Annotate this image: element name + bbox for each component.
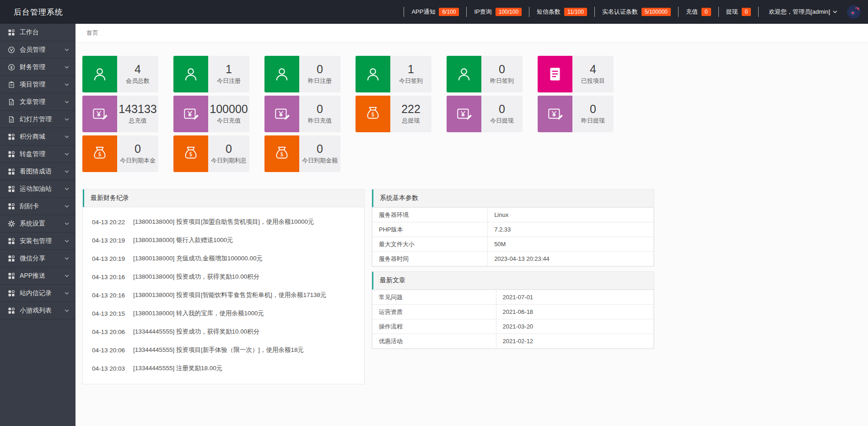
record-time: 04-13 20:16 xyxy=(92,274,125,280)
sidebar-item-label: 小游戏列表 xyxy=(20,307,64,315)
stat-card-label: 今日到期金额 xyxy=(302,156,338,165)
articles-panel-title: 最新文章 xyxy=(380,276,405,285)
stat-card-body: 0昨日注册 xyxy=(299,56,340,92)
finance-record: 04-13 20:03[13344445555] 注册奖励18.00元 xyxy=(83,359,364,377)
stat-card-body: 222总提现 xyxy=(390,96,431,132)
sidebar-item-scratch-card[interactable]: 刮刮卡 xyxy=(0,198,75,215)
article-icon xyxy=(8,116,15,123)
stat-card-label: 今日到期本金 xyxy=(120,156,156,165)
stat-card-icon-box xyxy=(264,96,299,132)
stat-card-body: 0今日到期本金 xyxy=(117,135,158,172)
grid-icon xyxy=(8,272,15,280)
finance-record: 04-13 20:19[13800138000] 银行入款赠送1000元 xyxy=(83,231,364,249)
chevron-down-icon xyxy=(64,65,70,70)
list-icon xyxy=(546,65,564,83)
stat-card: $0今日到期金额 xyxy=(264,135,340,172)
sidebar-item-idiom-game[interactable]: 看图猜成语 xyxy=(0,163,75,180)
user-menu[interactable]: 欢迎您，管理员[admin] xyxy=(758,7,843,17)
sidebar-item-wechat-share[interactable]: 微信分享 xyxy=(0,250,75,267)
latest-articles-table: 常见问题2021-07-01运营资质2021-06-18操作流程2021-03-… xyxy=(372,290,654,349)
sidebar-item-sports[interactable]: 运动加油站 xyxy=(0,180,75,198)
stat-card-icon-box: $ xyxy=(264,135,299,172)
sidebar-item-packages[interactable]: 安装包管理 xyxy=(0,232,75,250)
stat-card-value: 100000 xyxy=(210,103,248,115)
stat-card-icon-box xyxy=(173,96,208,132)
app-title: 后台管理系统 xyxy=(0,7,63,17)
stat-card-label: 总提现 xyxy=(402,117,420,125)
record-time: 04-13 20:19 xyxy=(92,237,125,244)
chevron-down-icon xyxy=(64,256,70,261)
article-row-label: 操作流程 xyxy=(372,319,496,334)
chevron-down-icon xyxy=(64,169,70,174)
record-text: [13800138000] 投资成功，获得奖励10.00积分 xyxy=(133,273,259,281)
sidebar-item-wheel[interactable]: 转盘管理 xyxy=(0,146,75,163)
article-row: 优惠活动2021-02-12 xyxy=(372,334,654,349)
stat-card-body: 0昨日充值 xyxy=(299,96,340,132)
record-text: [13800138000] 投资项目[智能饮料零食售货柜单机]，使用余额1713… xyxy=(133,291,326,299)
header-stat[interactable]: 提现0 xyxy=(718,7,759,17)
sidebar-item-app-push[interactable]: APP推送 xyxy=(0,267,75,285)
chevron-down-icon xyxy=(64,134,70,140)
moneybag-icon: $ xyxy=(91,145,108,162)
header-stat[interactable]: 充值0 xyxy=(678,7,718,17)
grid-icon xyxy=(8,133,15,140)
sidebar-item-finance[interactable]: 财务管理 xyxy=(0,59,75,76)
system-params-panel: 系统基本参数 服务器环境LinuxPHP版本7.2.33最大文件大小50M服务器… xyxy=(372,189,654,267)
breadcrumb-home[interactable]: 首页 xyxy=(86,29,98,36)
sidebar-item-label: 微信分享 xyxy=(20,254,64,263)
sidebar-item-settings[interactable]: 系统设置 xyxy=(0,215,75,232)
finance-record: 04-13 20:06[13344445555] 投资项目[新手体验（限一次）]… xyxy=(83,341,364,359)
grid-icon xyxy=(8,237,15,245)
chevron-down-icon xyxy=(832,9,838,15)
stat-card-body: 0今日到期金额 xyxy=(299,135,340,172)
sidebar-item-mini-games[interactable]: 小游戏列表 xyxy=(0,302,75,319)
chevron-down-icon xyxy=(64,47,70,53)
finance-record: 04-13 20:22[13800138000] 投资项目[加盟自助售货机项目]… xyxy=(83,213,364,231)
system-param-row-value: 7.2.33 xyxy=(488,222,654,237)
sidebar-item-label: 积分商城 xyxy=(20,133,64,141)
sidebar-item-label: 会员管理 xyxy=(20,46,64,54)
sidebar-item-members[interactable]: 会员管理 xyxy=(0,41,75,59)
stat-card-body: 143133总充值 xyxy=(117,96,158,132)
stat-card: 0昨日充值 xyxy=(264,96,340,132)
sidebar-item-workbench[interactable]: 工作台 xyxy=(0,24,75,41)
stat-card: 0今日提现 xyxy=(447,96,523,132)
sidebar-item-articles[interactable]: 文章管理 xyxy=(0,93,75,111)
stat-card-body: 1今日签到 xyxy=(390,56,431,92)
system-params-table: 服务器环境LinuxPHP版本7.2.33最大文件大小50M服务器时间2023-… xyxy=(372,207,654,266)
stat-card: $0今日到期利息 xyxy=(173,135,249,172)
header-stat[interactable]: APP通知6/100 xyxy=(404,7,466,17)
sidebar-item-label: APP推送 xyxy=(20,272,64,280)
stat-card-body: 0今日到期利息 xyxy=(208,135,249,172)
sidebar-item-messages[interactable]: 站内信记录 xyxy=(0,285,75,302)
finance-record-list: 04-13 20:22[13800138000] 投资项目[加盟自助售货机项目]… xyxy=(83,207,364,384)
record-text: [13344445555] 投资项目[新手体验（限一次）]，使用余额18元 xyxy=(133,346,304,354)
article-row: 操作流程2021-03-20 xyxy=(372,319,654,334)
recharge-icon xyxy=(546,105,564,123)
system-param-row: 服务器时间2023-04-13 20:23:44 xyxy=(372,252,654,266)
system-param-row-label: 服务器环境 xyxy=(372,208,488,222)
grid-icon xyxy=(8,151,15,158)
header-stat[interactable]: 短信条数11/100 xyxy=(529,7,594,17)
system-param-row-label: 最大文件大小 xyxy=(372,237,488,252)
article-row: 运营资质2021-06-18 xyxy=(372,305,654,319)
sidebar-item-points-mall[interactable]: 积分商城 xyxy=(0,128,75,146)
recharge-icon xyxy=(273,105,291,123)
count-badge: 11/100 xyxy=(564,8,587,16)
header-stat[interactable]: IP查询100/100 xyxy=(466,7,529,17)
count-badge: 100/100 xyxy=(496,8,522,16)
recharge-icon xyxy=(182,105,199,123)
user-icon xyxy=(273,65,291,83)
stat-card-value: 0 xyxy=(135,143,141,155)
header-stat[interactable]: 实名认证条数5/100000 xyxy=(594,7,678,17)
sidebar-item-projects[interactable]: 项目管理 xyxy=(0,76,75,93)
grid-icon xyxy=(8,307,15,314)
stat-card-value: 0 xyxy=(317,143,323,155)
avatar[interactable] xyxy=(847,5,861,19)
stat-cards-row: $0今日到期本金$0今日到期利息$0今日到期金额 xyxy=(82,135,861,172)
sidebar-item-slides[interactable]: 幻灯片管理 xyxy=(0,111,75,128)
chevron-down-icon xyxy=(64,204,70,209)
grid-icon xyxy=(8,255,15,262)
article-row-value: 2021-07-01 xyxy=(496,290,653,305)
stat-card-body: 1今日注册 xyxy=(208,56,249,92)
